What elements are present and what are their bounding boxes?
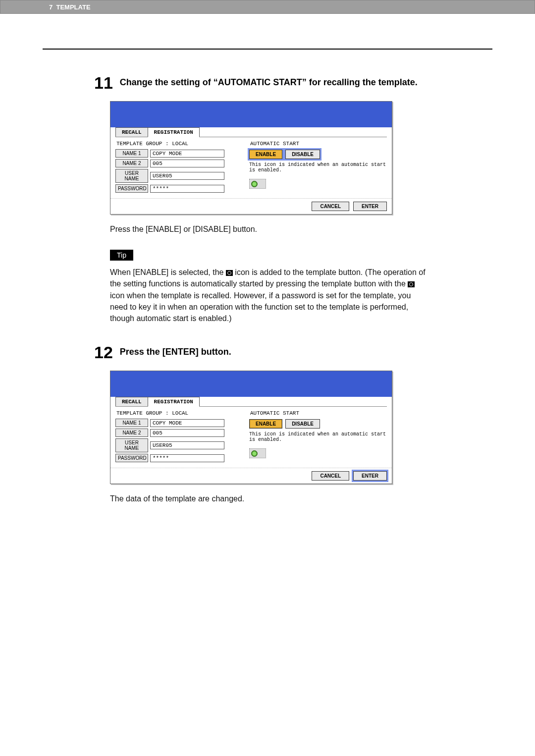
cancel-button-2[interactable]: CANCEL	[312, 471, 349, 481]
panel-titlebar	[110, 102, 392, 127]
enable-button[interactable]: ENABLE	[249, 150, 282, 159]
chapter-title: TEMPLATE	[56, 3, 90, 11]
password-field-2[interactable]: *****	[150, 454, 224, 462]
tab-recall-2[interactable]: RECALL	[115, 397, 148, 406]
username-field-2[interactable]: USER05	[150, 441, 224, 449]
chapter-number: 7	[49, 3, 53, 11]
page-header: 7 TEMPLATE	[0, 0, 535, 14]
enter-button[interactable]: ENTER	[353, 202, 387, 211]
autostart-icon-2	[249, 448, 266, 458]
name2-button[interactable]: NAME 2	[115, 159, 148, 167]
step-12: 12 Press the [ENTER] button.	[94, 344, 492, 361]
ui-panel-step12: RECALL REGISTRATION TEMPLATE GROUP : LOC…	[110, 371, 392, 484]
name2-button-2[interactable]: NAME 2	[115, 429, 148, 437]
autostart-inline-icon-2	[408, 281, 415, 287]
tab-registration-2[interactable]: REGISTRATION	[148, 397, 200, 407]
name1-field[interactable]: COPY MODE	[150, 150, 224, 158]
disable-button[interactable]: DISABLE	[285, 150, 320, 159]
step-11-number: 11	[94, 74, 113, 91]
ui-panel-step11: RECALL REGISTRATION TEMPLATE GROUP : LOC…	[110, 101, 392, 215]
template-group-label-2: TEMPLATE GROUP : LOCAL	[115, 409, 239, 417]
cancel-button[interactable]: CANCEL	[312, 202, 349, 211]
step-12-title: Press the [ENTER] button.	[120, 344, 231, 358]
password-button[interactable]: PASSWORD	[115, 184, 148, 193]
name1-button-2[interactable]: NAME 1	[115, 419, 148, 427]
name2-field[interactable]: 005	[150, 160, 224, 167]
enable-button-2[interactable]: ENABLE	[249, 419, 282, 429]
auto-start-label-2: AUTOMATIC START	[249, 409, 387, 417]
username-field[interactable]: USER05	[150, 172, 224, 180]
name2-field-2[interactable]: 005	[150, 429, 224, 437]
step-12-number: 12	[94, 344, 113, 361]
tip-label: Tip	[110, 250, 133, 261]
auto-start-note: This icon is indicated when an automatic…	[249, 161, 387, 174]
tab-registration[interactable]: REGISTRATION	[148, 127, 200, 137]
step11-instruction: Press the [ENABLE] or [DISABLE] button.	[110, 223, 427, 235]
tip-paragraph: When [ENABLE] is selected, the icon is a…	[110, 267, 427, 324]
password-field[interactable]: *****	[150, 185, 224, 193]
template-group-label: TEMPLATE GROUP : LOCAL	[115, 139, 239, 148]
autostart-icon	[249, 179, 266, 189]
enter-button-2[interactable]: ENTER	[353, 471, 387, 481]
step-11: 11 Change the setting of “AUTOMATIC STAR…	[94, 74, 492, 91]
panel-titlebar-2	[110, 371, 392, 397]
auto-start-note-2: This icon is indicated when an automatic…	[249, 431, 387, 443]
tab-recall[interactable]: RECALL	[115, 127, 148, 137]
step12-result: The data of the template are changed.	[110, 493, 427, 504]
name1-button[interactable]: NAME 1	[115, 149, 148, 158]
autostart-inline-icon	[226, 270, 233, 276]
username-button[interactable]: USER NAME	[115, 169, 148, 183]
disable-button-2[interactable]: DISABLE	[285, 419, 320, 429]
auto-start-label: AUTOMATIC START	[249, 139, 387, 148]
step-11-title: Change the setting of “AUTOMATIC START” …	[120, 74, 418, 88]
password-button-2[interactable]: PASSWORD	[115, 454, 148, 462]
name1-field-2[interactable]: COPY MODE	[150, 419, 224, 427]
username-button-2[interactable]: USER NAME	[115, 438, 148, 452]
